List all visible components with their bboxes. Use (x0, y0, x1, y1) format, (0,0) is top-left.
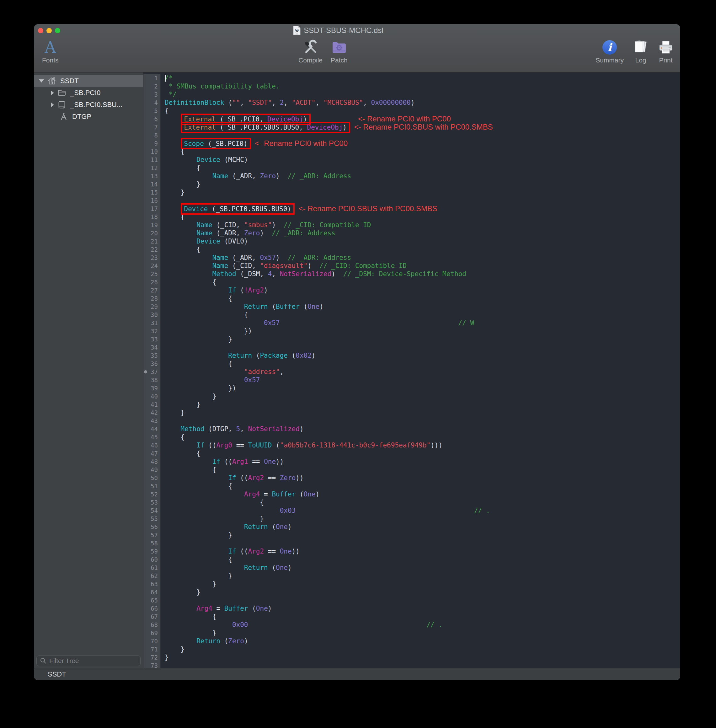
code-token: "" (232, 99, 240, 106)
code-token (244, 441, 248, 449)
disclosure-expanded-icon[interactable] (39, 79, 44, 82)
code-token: } (165, 646, 185, 653)
line-number: 16 (143, 196, 161, 205)
code-line: 69 } (143, 629, 680, 637)
toolbar-button-fonts[interactable]: A Fonts (42, 39, 59, 64)
sidebar-item-sb-pci0-sbu[interactable]: _SB.PCI0.SBU... (34, 99, 143, 111)
code-content: Name (_ADR, Zero) // _ADR: Address (161, 172, 351, 180)
title-bar[interactable]: SSDT-SBUS-MCHC.dsl (34, 24, 680, 37)
code-content: } (161, 515, 264, 523)
code-content (161, 539, 165, 547)
code-token (276, 474, 280, 482)
code-line: 46 If ((Arg0 == ToUUID ("a0b5b7c6-1318-4… (143, 441, 680, 449)
code-line: 63 } (143, 580, 680, 588)
code-token (165, 124, 181, 131)
code-token: // _CID: Compatible ID (284, 221, 371, 229)
code-content: } (161, 392, 216, 400)
code-line: 35 Return (Package (0x02) (143, 352, 680, 359)
code-token: ) (276, 254, 288, 261)
code-token: "address" (244, 368, 280, 376)
code-token: If (228, 474, 236, 482)
zoom-button[interactable] (55, 28, 60, 33)
code-token: { (165, 295, 232, 302)
code-line: 54 0x03 // . (143, 507, 680, 515)
code-content: }) (161, 384, 236, 392)
code-token: ) (272, 221, 284, 229)
code-token: , (272, 99, 279, 106)
sidebar-item-ssdt[interactable]: SSDT (34, 75, 143, 87)
toolbar-button-log[interactable]: Log (633, 39, 649, 64)
code-content (161, 661, 165, 668)
line-number: 55 (143, 515, 161, 523)
disclosure-collapsed-icon[interactable] (51, 102, 54, 107)
document-proxy-icon[interactable] (293, 26, 300, 35)
code-token (165, 205, 181, 213)
code-line: 3 */ (143, 90, 680, 99)
code-token (350, 124, 354, 131)
code-token: }) (165, 327, 252, 335)
code-token (165, 319, 264, 327)
line-number: 73 (143, 661, 161, 668)
home-icon (47, 76, 56, 86)
sidebar-item-label: _SB.PCI0 (70, 89, 101, 97)
code-token: "a0b5b7c6-1318-441c-b0c9-fe695eaf949b" (280, 441, 431, 449)
toolbar-button-print[interactable]: Print (658, 39, 674, 64)
code-line: 19 Name (_CID, "smbus") // _CID: Compati… (143, 221, 680, 229)
code-line: 41 } (143, 400, 680, 408)
minimize-button[interactable] (46, 28, 52, 33)
code-token: } (165, 572, 232, 579)
code-line: 50 If ((Arg2 == Zero)) (143, 474, 680, 482)
sidebar-item-dtgp[interactable]: DTGP (34, 111, 143, 123)
toolbar-button-summary[interactable]: iSummary (596, 39, 624, 64)
line-number: 14 (143, 180, 161, 188)
code-token: ( (296, 490, 303, 498)
code-token: // _ADR: Address (272, 229, 335, 237)
line-number: 66 (143, 604, 161, 613)
code-token: 0x02 (296, 352, 312, 359)
code-token: Name (196, 229, 212, 237)
code-token: Method (212, 270, 236, 278)
code-token (165, 621, 232, 628)
code-token: (_DSM, (236, 270, 268, 278)
code-token (296, 507, 474, 514)
sidebar-item-sb-pci0[interactable]: _SB.PCI0 (34, 87, 143, 99)
rename-annotation-text: <- Rename PCI0.SBUS with PC00.SMBS (354, 123, 493, 131)
line-number: 70 (143, 637, 161, 645)
code-content: { (161, 294, 232, 302)
code-token: Arg0 (216, 441, 232, 449)
code-token: 0x03 (280, 507, 296, 514)
code-token (165, 229, 196, 237)
line-number: 25 (143, 270, 161, 278)
code-content: } (161, 629, 216, 637)
code-token: = (216, 605, 220, 612)
code-token: Return (244, 564, 268, 572)
toolbar-button-patch[interactable]: Patch (331, 39, 347, 64)
code-line: 66 Arg4 = Buffer (One) (143, 604, 680, 613)
code-line: 2 * SMBus compatibility table. (143, 82, 680, 90)
code-content: Return (Buffer (One) (161, 302, 323, 311)
close-button[interactable] (38, 28, 43, 33)
line-number: 32 (143, 327, 161, 335)
code-token (280, 319, 458, 327)
code-line: 33 } (143, 335, 680, 343)
code-line: 34 (143, 343, 680, 352)
code-content: } (161, 408, 185, 417)
code-token (232, 441, 236, 449)
code-content: { (161, 555, 232, 564)
toolbar-button-compile[interactable]: Compile (298, 39, 323, 64)
code-token: (( (236, 548, 248, 555)
code-token: "smbus" (244, 221, 272, 229)
code-line: 70 Return (Zero) (143, 637, 680, 645)
filter-tree-placeholder: Filter Tree (49, 657, 79, 664)
line-number: 68 (143, 621, 161, 629)
code-token: /* (165, 74, 173, 82)
code-token: (_ADR, (228, 254, 260, 261)
code-token: )) (292, 548, 300, 555)
disclosure-collapsed-icon[interactable] (51, 90, 54, 96)
code-content: External (_SB_.PCI0.SBUS.BUS0, DeviceObj… (161, 123, 493, 131)
code-token: Arg4 (196, 605, 212, 612)
code-editor[interactable]: 1/*2 * SMBus compatibility table.3 */4De… (143, 73, 680, 668)
code-token (248, 458, 252, 466)
filter-tree-input[interactable]: Filter Tree (36, 655, 141, 666)
code-token (165, 352, 228, 359)
